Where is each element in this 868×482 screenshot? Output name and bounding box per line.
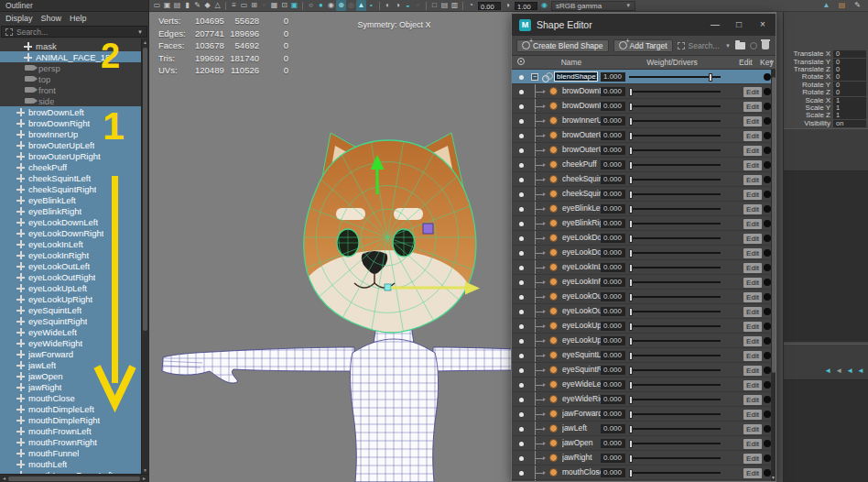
render-icon[interactable]: ⊡ [279, 0, 289, 11]
target-weight-field[interactable]: 0.000 [601, 468, 625, 477]
key-dot[interactable] [764, 220, 771, 227]
edit-button[interactable]: Edit [743, 424, 762, 434]
outliner-vertical-scrollbar[interactable]: ▲ ▼ [141, 38, 148, 474]
slider-handle[interactable] [629, 440, 633, 448]
target-weight-slider[interactable] [629, 407, 721, 422]
edit-button[interactable]: Edit [743, 468, 762, 478]
attribute-editor-icon[interactable]: ✎ [852, 0, 863, 11]
gamma-dropdown[interactable]: sRGB gamma▼ [551, 1, 635, 11]
slider-handle[interactable] [629, 191, 633, 199]
key-dot[interactable] [764, 103, 771, 110]
target-visibility-dot[interactable] [519, 354, 524, 358]
menu-display[interactable]: Display [5, 14, 33, 23]
single-pane-icon[interactable]: ▭ [239, 0, 249, 11]
target-weight-field[interactable]: 0.000 [601, 146, 625, 155]
pane-icon[interactable]: ▫ [259, 0, 269, 11]
scrollbar-thumb[interactable] [143, 48, 147, 331]
outliner-item[interactable]: browDownLeft [0, 106, 141, 117]
shape-editor-titlebar[interactable]: M Shape Editor — □ × [512, 14, 776, 36]
target-weight-slider[interactable] [629, 158, 721, 172]
keyframe-icon[interactable]: ◄ [835, 367, 842, 375]
outliner-item[interactable]: eyeBlinkLeft [0, 194, 141, 205]
edit-button[interactable]: Edit [743, 234, 762, 244]
keyframe-icon[interactable]: ◄ [857, 367, 864, 375]
slider-handle[interactable] [629, 425, 633, 433]
target-visibility-dot[interactable] [519, 339, 524, 344]
outliner-item[interactable]: eyeLookInRight [0, 249, 141, 260]
outliner-item[interactable]: mouthFunnel [0, 447, 141, 458]
outliner-item[interactable]: mouthDimpleLeft [0, 403, 141, 414]
key-dot[interactable] [764, 264, 771, 271]
slider-handle[interactable] [629, 455, 633, 463]
shape-target-row[interactable]: cheekSquintLeft0.000Edit [512, 172, 771, 187]
edit-button[interactable]: Edit [743, 292, 762, 302]
scroll-up-icon[interactable]: ▲ [142, 39, 148, 45]
outliner-item[interactable]: eyeLookDownLeft [0, 216, 141, 227]
slider-handle[interactable] [629, 88, 633, 96]
exposure-icon-value-field[interactable]: 0.00 [478, 2, 501, 10]
outliner-search-field[interactable]: Search... ▼ [1, 26, 147, 38]
target-weight-field[interactable]: 0.000 [601, 410, 625, 419]
outliner-item[interactable]: eyeLookOutLeft [0, 260, 141, 271]
outliner-item[interactable]: mouthFrownLeft [0, 425, 141, 436]
panel-list-icon[interactable]: ≡ [229, 0, 239, 11]
edit-button[interactable]: Edit [743, 102, 762, 112]
shape-target-row[interactable]: eyeWideRight0.000Edit [512, 392, 771, 407]
group-weight-slider[interactable] [629, 70, 721, 84]
target-weight-slider[interactable] [629, 216, 721, 231]
shape-target-row[interactable]: mouthClose0.000Edit [512, 466, 771, 480]
cube-icon[interactable]: ▣ [162, 0, 172, 11]
scroll-down-icon[interactable]: ▼ [771, 475, 776, 480]
target-weight-field[interactable]: 0.000 [601, 454, 625, 463]
contrast-icon-value-field[interactable]: 1.00 [515, 2, 537, 10]
textured-icon[interactable]: ◉ [326, 0, 336, 11]
edit-button[interactable]: Edit [743, 190, 762, 200]
target-weight-field[interactable]: 0.000 [601, 424, 625, 433]
outliner-item[interactable]: jawRight [0, 381, 141, 392]
outliner-item[interactable]: mouthLeft [0, 458, 141, 469]
shape-target-row[interactable]: browOuterUpRight0.000Edit [512, 143, 771, 158]
edit-button[interactable]: Edit [743, 248, 762, 258]
target-weight-slider[interactable] [629, 334, 721, 348]
key-dot[interactable] [764, 352, 771, 359]
edit-button[interactable]: Edit [743, 336, 762, 346]
snapshot-icon[interactable]: ▤ [439, 0, 450, 11]
target-weight-slider[interactable] [629, 202, 721, 216]
target-visibility-dot[interactable] [519, 398, 524, 402]
slider-handle[interactable] [629, 396, 633, 404]
lattice-cube[interactable] [423, 224, 433, 234]
shape-target-row[interactable]: jawForward0.000Edit [512, 407, 771, 422]
target-weight-field[interactable]: 0.000 [601, 131, 625, 140]
joint-xray-icon[interactable]: • [366, 0, 376, 11]
target-weight-field[interactable]: 0.000 [601, 160, 625, 170]
outliner-item[interactable]: ANIMAL_FACE_18 [0, 51, 141, 62]
target-weight-slider[interactable] [629, 348, 721, 363]
target-visibility-dot[interactable] [519, 119, 524, 124]
target-weight-slider[interactable] [629, 319, 721, 334]
pencil-icon[interactable]: ✎ [192, 0, 202, 11]
slider-handle[interactable] [629, 132, 633, 140]
target-visibility-dot[interactable] [519, 368, 524, 373]
target-visibility-dot[interactable] [519, 295, 524, 300]
target-visibility-dot[interactable] [519, 222, 524, 226]
shape-target-row[interactable]: jawOpen0.000Edit [512, 436, 771, 451]
chevron-down-icon[interactable]: ▼ [725, 43, 731, 49]
target-weight-slider[interactable] [629, 392, 721, 407]
target-visibility-dot[interactable] [519, 280, 524, 285]
target-weight-slider[interactable] [629, 114, 721, 128]
slider-handle[interactable] [629, 367, 633, 375]
target-visibility-dot[interactable] [519, 163, 524, 168]
shape-target-row[interactable]: eyeLookInRight0.000Edit [512, 275, 771, 290]
shape-target-row[interactable]: jawRight0.000Edit [512, 451, 771, 466]
shape-target-row[interactable]: mouthDimpleLeft0.000Edit [512, 480, 771, 481]
target-weight-field[interactable]: 0.000 [601, 102, 625, 111]
target-weight-slider[interactable] [629, 246, 721, 260]
shape-target-row[interactable]: eyeWideLeft0.000Edit [512, 378, 771, 392]
outliner-item[interactable]: eyeLookUpRight [0, 293, 141, 304]
edit-button[interactable]: Edit [743, 322, 762, 332]
shape-target-row[interactable]: browDownLeft0.000Edit [512, 84, 771, 99]
lighting-icon[interactable]: ◎ [346, 0, 356, 11]
blend-shape-group-row[interactable]: − blendShape1 1.000 [512, 70, 771, 84]
outliner-item[interactable]: eyeWideRight [0, 337, 141, 348]
hypershade-icon[interactable]: ▦ [269, 0, 279, 11]
